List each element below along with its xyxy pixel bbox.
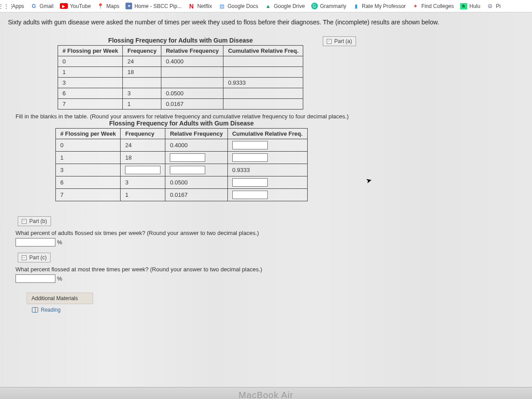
gmail-icon: G	[30, 3, 37, 10]
percent-unit: %	[57, 239, 63, 246]
cell: 18	[121, 152, 165, 164]
youtube-icon: ▶	[60, 3, 68, 9]
part-b-body: What percent of adults flossed six times…	[0, 226, 528, 248]
cell: 0.9333	[227, 164, 307, 176]
answer-input-r3-crf[interactable]	[232, 178, 268, 187]
page-content: Sixty adults with gum disease were asked…	[0, 12, 532, 399]
table-row: 630.0500	[58, 88, 303, 99]
grammarly-icon: G	[311, 3, 318, 9]
cell: 3	[56, 164, 121, 176]
col-header: Frequency	[121, 129, 165, 139]
additional-materials-header: Additional Materials	[27, 293, 93, 304]
cell: 24	[121, 139, 165, 152]
cell: 1	[56, 152, 121, 164]
bookmark-hulu[interactable]: h Hulu	[460, 3, 481, 9]
problem-intro: Sixty adults with gum disease were asked…	[0, 16, 528, 32]
cell	[223, 67, 303, 78]
bookmark-netflix[interactable]: N Netflix	[188, 3, 212, 10]
bookmark-grammarly[interactable]: G Grammarly	[311, 3, 346, 9]
bookmark-apps[interactable]: ⋮⋮⋮ Apps	[3, 3, 24, 10]
bookmark-label: Gmail	[39, 3, 53, 9]
book-icon	[32, 307, 38, 313]
part-label-text: Part (b)	[29, 218, 47, 224]
answer-input-r1-rf[interactable]	[170, 153, 205, 162]
answer-input-r4-crf[interactable]	[232, 191, 268, 199]
cell	[165, 152, 227, 164]
bookmark-google-drive[interactable]: ▲ Google Drive	[265, 3, 305, 10]
answer-input-r1-crf[interactable]	[232, 153, 268, 162]
cell: 0	[58, 56, 123, 67]
cell	[227, 176, 307, 189]
table-row: 710.0167	[58, 99, 303, 110]
bookmark-youtube[interactable]: ▶ YouTube	[60, 3, 91, 9]
col-header: Cumulative Relative Freq.	[223, 46, 303, 56]
hulu-icon: h	[460, 3, 467, 9]
cell	[121, 164, 165, 176]
cell: 18	[123, 67, 161, 78]
flossing-table-2: # Flossing per Week Frequency Relative F…	[55, 128, 308, 201]
cell	[223, 56, 303, 67]
table-row: 7 1 0.0167	[56, 189, 308, 201]
part-a-instruction: Fill in the blanks in the table. (Round …	[16, 113, 528, 120]
cell	[223, 88, 303, 99]
cell: 0.0167	[165, 189, 227, 201]
part-label-text: Part (c)	[29, 254, 47, 261]
cell	[165, 164, 227, 176]
bookmark-label: Rate My Professor	[362, 3, 406, 9]
part-c-toggle[interactable]: − Part (c)	[18, 253, 51, 262]
reading-link[interactable]: Reading	[27, 304, 528, 313]
cell	[223, 99, 303, 110]
bookmark-home-sbcc[interactable]: ✦ Home - SBCC Pip...	[125, 3, 182, 9]
bookmark-rate-my-professor[interactable]: ▮ Rate My Professor	[352, 3, 406, 10]
answer-input-r2-rf[interactable]	[170, 166, 205, 174]
table-caption: Flossing Frequency for Adults with Gum D…	[58, 37, 303, 44]
cell: 1	[58, 67, 123, 78]
drive-icon: ▲	[265, 3, 272, 10]
rmp-icon: ▮	[352, 3, 360, 10]
part-c-answer-input[interactable]	[16, 274, 55, 283]
bookmark-label: Netflix	[197, 3, 212, 9]
cell: 0	[56, 139, 121, 152]
answer-input-r0-crf[interactable]	[232, 141, 268, 149]
cell: 6	[58, 88, 123, 99]
minus-icon: −	[22, 219, 27, 224]
bookmark-peace[interactable]: ☮ Pi	[486, 3, 501, 10]
cell: 0.4000	[161, 56, 223, 67]
part-b-question: What percent of adults flossed six times…	[16, 230, 528, 236]
table-caption: Flossing Frequency for Adults with Gum D…	[55, 120, 308, 127]
bookmark-label: Grammarly	[320, 3, 346, 9]
answer-input-r2-freq[interactable]	[125, 166, 160, 174]
bookmark-google-docs[interactable]: ▤ Google Docs	[218, 3, 258, 10]
cell	[161, 78, 223, 88]
col-header: Relative Frequency	[165, 129, 227, 139]
bookmark-label: Google Drive	[274, 3, 305, 9]
bookmark-label: Home - SBCC Pip...	[134, 3, 182, 9]
part-b-toggle[interactable]: − Part (b)	[18, 216, 51, 226]
part-a-toggle[interactable]: − Part (a)	[323, 36, 356, 46]
minus-icon: −	[22, 255, 27, 260]
table-row: 6 3 0.0500	[56, 176, 308, 189]
cell: 1	[123, 99, 161, 110]
bookmark-find-colleges[interactable]: ✦ Find Colleges	[412, 3, 454, 10]
bookmark-gmail[interactable]: G Gmail	[30, 3, 53, 10]
bookmark-label: Google Docs	[227, 3, 258, 9]
cell	[161, 67, 223, 78]
part-c-question: What percent flossed at most three times…	[16, 266, 528, 273]
bookmark-maps[interactable]: 📍 Maps	[97, 3, 119, 10]
home-icon: ✦	[125, 3, 132, 9]
table-row: 1 18	[56, 152, 308, 164]
flossing-table-1: # Flossing per Week Frequency Relative F…	[58, 45, 303, 110]
part-a-body: Fill in the blanks in the table. (Round …	[0, 110, 528, 203]
table-row: 118	[58, 67, 303, 78]
cell: 3	[123, 88, 161, 99]
cell: 0.0500	[161, 88, 223, 99]
cell: 0.9333	[223, 78, 303, 88]
bookmark-label: YouTube	[70, 3, 91, 9]
netflix-icon: N	[188, 3, 195, 10]
part-b-answer-input[interactable]	[16, 238, 55, 246]
cell: 0.0500	[165, 176, 227, 189]
reference-table: Flossing Frequency for Adults with Gum D…	[58, 37, 303, 110]
cell	[227, 189, 307, 201]
table-row: 0 24 0.4000	[56, 139, 308, 152]
cell: 24	[123, 56, 161, 67]
